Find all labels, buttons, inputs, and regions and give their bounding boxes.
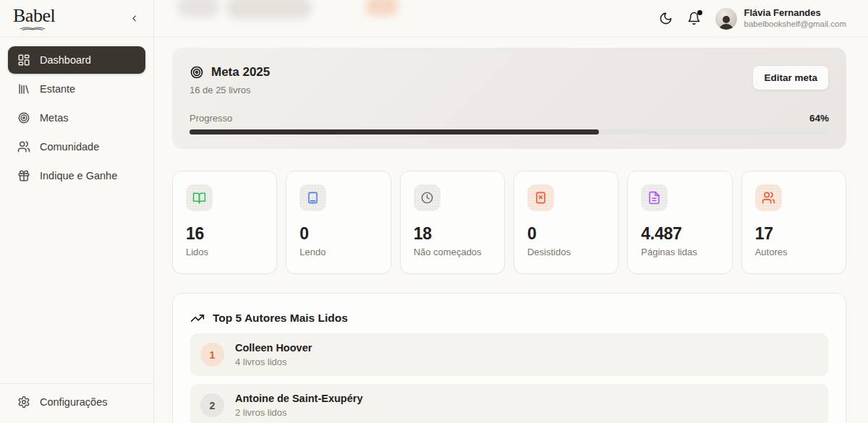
stat-value: 4.487 [641, 224, 718, 244]
stat-label: Autores [755, 247, 833, 257]
notifications-button[interactable] [687, 12, 701, 25]
sidebar-collapse-button[interactable] [126, 11, 142, 27]
gear-icon [17, 396, 30, 409]
trending-up-icon [190, 311, 205, 325]
avatar [715, 8, 737, 30]
stat-value: 0 [299, 224, 377, 244]
author-row[interactable]: 2 Antoine de Saint-Exupéry 2 livros lido… [190, 384, 828, 423]
author-books-count: 2 livros lidos [235, 407, 362, 418]
topbar: Flávia Fernandes babelbookshelf@gmail.co… [154, 0, 868, 38]
author-name: Antoine de Saint-Exupéry [235, 393, 362, 404]
sidebar-item-comunidade[interactable]: Comunidade [8, 133, 145, 161]
goal-progress-fill [190, 129, 599, 134]
users-icon [17, 140, 30, 153]
stat-value: 16 [186, 224, 263, 244]
clock-icon [414, 184, 441, 211]
dark-mode-toggle[interactable] [659, 12, 673, 25]
scrolled-content-ghost [177, 0, 219, 17]
goal-subtitle: 16 de 25 livros [190, 85, 270, 95]
main-area: Flávia Fernandes babelbookshelf@gmail.co… [154, 0, 868, 423]
sidebar-item-label: Comunidade [40, 141, 99, 153]
stat-card-autores: 17 Autores [741, 171, 846, 274]
stat-card-paginas-lidas: 4.487 Páginas lidas [627, 171, 732, 274]
stat-card-lidos: 16 Lidos [172, 171, 277, 274]
notification-dot [697, 10, 702, 15]
sidebar-item-label: Dashboard [40, 54, 91, 66]
sidebar-item-label: Configurações [40, 396, 108, 408]
progress-label: Progresso [190, 113, 232, 124]
stat-label: Páginas lidas [641, 247, 718, 257]
target-icon [17, 111, 30, 124]
author-name: Colleen Hoover [235, 342, 312, 354]
stat-value: 17 [755, 224, 833, 244]
scrolled-content-ghost [226, 0, 312, 19]
sidebar-item-dashboard[interactable]: Dashboard [8, 46, 145, 74]
goal-progress-bar [190, 129, 829, 134]
sidebar-item-indique-e-ganhe[interactable]: Indique e Ganhe [8, 162, 145, 189]
sidebar-item-label: Metas [40, 112, 69, 124]
stat-card-lendo: 0 Lendo [286, 171, 391, 274]
stat-value: 0 [527, 224, 605, 244]
file-text-icon [641, 184, 668, 211]
rank-badge: 1 [200, 343, 224, 367]
sidebar-item-estante[interactable]: Estante [8, 75, 145, 103]
library-icon [17, 82, 30, 95]
top-authors-card: Top 5 Autores Mais Lidos 1 Colleen Hoove… [172, 293, 846, 423]
dashboard-content: Meta 2025 16 de 25 livros Editar meta Pr… [154, 38, 868, 423]
stat-value: 18 [414, 224, 491, 244]
stat-label: Lendo [299, 247, 377, 257]
top-authors-title: Top 5 Autores Mais Lidos [213, 312, 348, 325]
sidebar-header: Babel [0, 0, 153, 38]
rank-badge: 2 [200, 393, 224, 417]
stat-card-nao-comecados: 18 Não começados [400, 171, 505, 274]
sidebar-item-configuracoes[interactable]: Configurações [17, 396, 136, 409]
stat-label: Não começados [414, 247, 491, 257]
babel-logo: Babel [13, 7, 55, 31]
user-email: babelbookshelf@gmail.com [744, 19, 846, 29]
stats-row: 16 Lidos 0 Lendo 18 Não começados [172, 171, 846, 274]
stat-card-desistidos: 0 Desistidos [514, 171, 618, 274]
user-menu[interactable]: Flávia Fernandes babelbookshelf@gmail.co… [715, 7, 846, 30]
dashboard-grid-icon [17, 54, 30, 67]
edit-goal-button[interactable]: Editar meta [752, 65, 829, 90]
sidebar: Babel Dashboard Estante Met [0, 0, 154, 423]
chevron-left-icon [129, 14, 139, 23]
sidebar-item-metas[interactable]: Metas [8, 104, 145, 132]
user-name: Flávia Fernandes [744, 7, 846, 19]
sidebar-footer: Configurações [0, 383, 153, 423]
book-x-icon [527, 184, 554, 211]
author-row[interactable]: 1 Colleen Hoover 4 livros lidos [190, 333, 828, 376]
goal-title: Meta 2025 [211, 65, 270, 80]
gift-icon [17, 169, 30, 182]
scrolled-content-ghost [365, 0, 399, 16]
author-books-count: 4 livros lidos [235, 356, 312, 367]
stat-label: Desistidos [527, 247, 605, 257]
book-icon [299, 184, 326, 211]
stat-label: Lidos [186, 247, 263, 257]
sidebar-menu: Dashboard Estante Metas Comunidade Indiq… [0, 38, 153, 191]
logo-text: Babel [13, 7, 55, 25]
open-book-icon [186, 184, 213, 211]
target-icon [190, 65, 204, 80]
open-book-logo-icon [19, 26, 46, 31]
sidebar-item-label: Indique e Ganhe [40, 170, 117, 181]
sidebar-item-label: Estante [40, 83, 75, 95]
moon-icon [659, 12, 673, 25]
reading-goal-card: Meta 2025 16 de 25 livros Editar meta Pr… [172, 48, 846, 149]
users-icon [755, 184, 782, 211]
progress-percent: 64% [809, 113, 829, 124]
